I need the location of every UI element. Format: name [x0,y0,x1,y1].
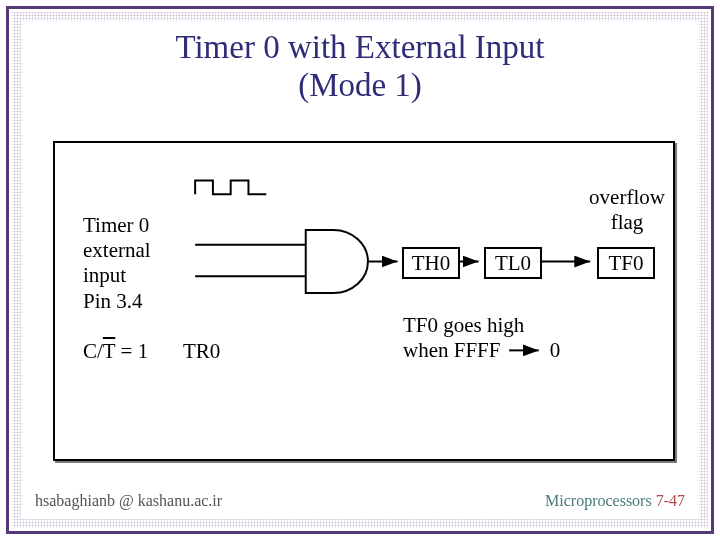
tl0-box: TL0 [484,247,542,279]
slide-outer-frame: Timer 0 with External Input (Mode 1) [6,6,714,534]
overflow-flag-label: overflow flag [577,185,677,235]
footer-course: Microprocessors [545,492,656,509]
th0-box: TH0 [402,247,460,279]
ct-label: C/T = 1 [83,339,148,364]
footer-author: hsabaghianb @ kashanu.ac.ir [35,492,222,510]
and-gate-icon [306,230,368,293]
slide-title: Timer 0 with External Input (Mode 1) [21,21,699,109]
ext-input-label: Timer 0 external input Pin 3.4 [83,213,151,314]
footer-page: Microprocessors 7-47 [545,492,685,510]
clock-pulse-icon [195,181,266,195]
footer-page-number: 7-47 [656,492,685,509]
title-line-2: (Mode 1) [298,67,422,103]
slide-content: Timer 0 with External Input (Mode 1) [21,21,699,519]
diagram-frame: Timer 0 external input Pin 3.4 C/T = 1 T… [53,141,675,461]
tf0-note: TF0 goes high when FFFF 0 [403,313,560,363]
title-line-1: Timer 0 with External Input [175,29,544,65]
tf0-box: TF0 [597,247,655,279]
tr0-label: TR0 [183,339,220,364]
